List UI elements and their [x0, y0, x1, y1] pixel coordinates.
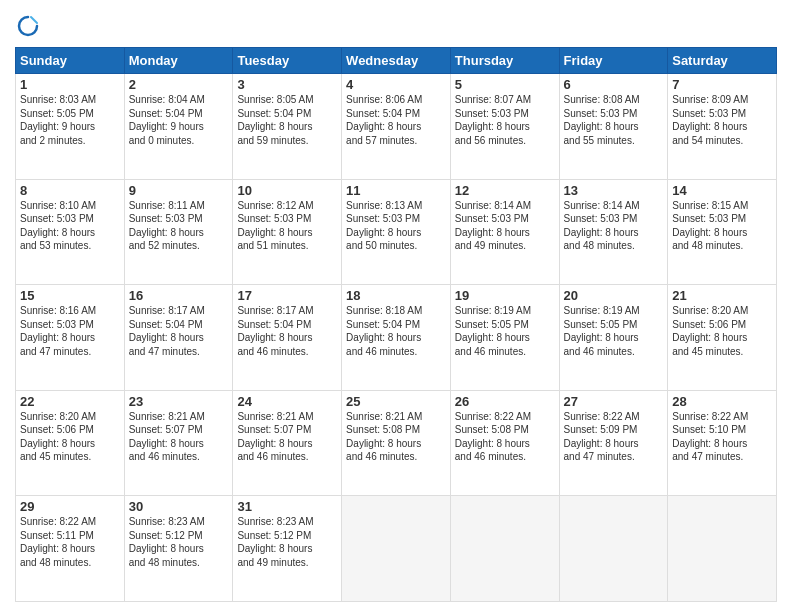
day-number: 21 — [672, 288, 772, 303]
day-number: 30 — [129, 499, 229, 514]
day-number: 6 — [564, 77, 664, 92]
day-number: 27 — [564, 394, 664, 409]
day-number: 17 — [237, 288, 337, 303]
logo — [15, 15, 39, 37]
day-cell: 12Sunrise: 8:14 AMSunset: 5:03 PMDayligh… — [450, 179, 559, 285]
week-row-2: 8Sunrise: 8:10 AMSunset: 5:03 PMDaylight… — [16, 179, 777, 285]
day-info: Sunrise: 8:06 AMSunset: 5:04 PMDaylight:… — [346, 93, 446, 147]
day-cell: 10Sunrise: 8:12 AMSunset: 5:03 PMDayligh… — [233, 179, 342, 285]
day-info: Sunrise: 8:05 AMSunset: 5:04 PMDaylight:… — [237, 93, 337, 147]
day-cell: 17Sunrise: 8:17 AMSunset: 5:04 PMDayligh… — [233, 285, 342, 391]
col-header-friday: Friday — [559, 48, 668, 74]
day-cell: 5Sunrise: 8:07 AMSunset: 5:03 PMDaylight… — [450, 74, 559, 180]
day-info: Sunrise: 8:20 AMSunset: 5:06 PMDaylight:… — [672, 304, 772, 358]
week-row-1: 1Sunrise: 8:03 AMSunset: 5:05 PMDaylight… — [16, 74, 777, 180]
col-header-sunday: Sunday — [16, 48, 125, 74]
day-cell: 3Sunrise: 8:05 AMSunset: 5:04 PMDaylight… — [233, 74, 342, 180]
day-cell: 9Sunrise: 8:11 AMSunset: 5:03 PMDaylight… — [124, 179, 233, 285]
day-number: 31 — [237, 499, 337, 514]
page: SundayMondayTuesdayWednesdayThursdayFrid… — [0, 0, 792, 612]
day-cell: 6Sunrise: 8:08 AMSunset: 5:03 PMDaylight… — [559, 74, 668, 180]
day-info: Sunrise: 8:18 AMSunset: 5:04 PMDaylight:… — [346, 304, 446, 358]
col-header-saturday: Saturday — [668, 48, 777, 74]
day-cell: 30Sunrise: 8:23 AMSunset: 5:12 PMDayligh… — [124, 496, 233, 602]
day-number: 16 — [129, 288, 229, 303]
day-number: 24 — [237, 394, 337, 409]
day-info: Sunrise: 8:22 AMSunset: 5:09 PMDaylight:… — [564, 410, 664, 464]
day-number: 15 — [20, 288, 120, 303]
day-number: 5 — [455, 77, 555, 92]
day-info: Sunrise: 8:17 AMSunset: 5:04 PMDaylight:… — [129, 304, 229, 358]
day-cell: 15Sunrise: 8:16 AMSunset: 5:03 PMDayligh… — [16, 285, 125, 391]
day-cell — [450, 496, 559, 602]
col-header-monday: Monday — [124, 48, 233, 74]
day-info: Sunrise: 8:03 AMSunset: 5:05 PMDaylight:… — [20, 93, 120, 147]
day-cell: 22Sunrise: 8:20 AMSunset: 5:06 PMDayligh… — [16, 390, 125, 496]
day-info: Sunrise: 8:17 AMSunset: 5:04 PMDaylight:… — [237, 304, 337, 358]
day-number: 10 — [237, 183, 337, 198]
day-number: 22 — [20, 394, 120, 409]
day-info: Sunrise: 8:19 AMSunset: 5:05 PMDaylight:… — [564, 304, 664, 358]
day-cell: 23Sunrise: 8:21 AMSunset: 5:07 PMDayligh… — [124, 390, 233, 496]
day-cell: 7Sunrise: 8:09 AMSunset: 5:03 PMDaylight… — [668, 74, 777, 180]
day-cell: 8Sunrise: 8:10 AMSunset: 5:03 PMDaylight… — [16, 179, 125, 285]
day-cell: 21Sunrise: 8:20 AMSunset: 5:06 PMDayligh… — [668, 285, 777, 391]
day-number: 19 — [455, 288, 555, 303]
col-header-thursday: Thursday — [450, 48, 559, 74]
day-cell: 2Sunrise: 8:04 AMSunset: 5:04 PMDaylight… — [124, 74, 233, 180]
day-number: 29 — [20, 499, 120, 514]
day-cell: 26Sunrise: 8:22 AMSunset: 5:08 PMDayligh… — [450, 390, 559, 496]
day-cell — [342, 496, 451, 602]
day-cell: 27Sunrise: 8:22 AMSunset: 5:09 PMDayligh… — [559, 390, 668, 496]
day-info: Sunrise: 8:19 AMSunset: 5:05 PMDaylight:… — [455, 304, 555, 358]
week-row-3: 15Sunrise: 8:16 AMSunset: 5:03 PMDayligh… — [16, 285, 777, 391]
day-number: 3 — [237, 77, 337, 92]
day-number: 11 — [346, 183, 446, 198]
day-number: 28 — [672, 394, 772, 409]
day-number: 2 — [129, 77, 229, 92]
week-row-4: 22Sunrise: 8:20 AMSunset: 5:06 PMDayligh… — [16, 390, 777, 496]
day-info: Sunrise: 8:15 AMSunset: 5:03 PMDaylight:… — [672, 199, 772, 253]
calendar-header-row: SundayMondayTuesdayWednesdayThursdayFrid… — [16, 48, 777, 74]
col-header-wednesday: Wednesday — [342, 48, 451, 74]
col-header-tuesday: Tuesday — [233, 48, 342, 74]
day-cell: 20Sunrise: 8:19 AMSunset: 5:05 PMDayligh… — [559, 285, 668, 391]
day-cell: 31Sunrise: 8:23 AMSunset: 5:12 PMDayligh… — [233, 496, 342, 602]
day-info: Sunrise: 8:09 AMSunset: 5:03 PMDaylight:… — [672, 93, 772, 147]
day-cell: 14Sunrise: 8:15 AMSunset: 5:03 PMDayligh… — [668, 179, 777, 285]
day-number: 18 — [346, 288, 446, 303]
day-cell: 16Sunrise: 8:17 AMSunset: 5:04 PMDayligh… — [124, 285, 233, 391]
day-cell: 24Sunrise: 8:21 AMSunset: 5:07 PMDayligh… — [233, 390, 342, 496]
day-cell: 1Sunrise: 8:03 AMSunset: 5:05 PMDaylight… — [16, 74, 125, 180]
day-number: 14 — [672, 183, 772, 198]
day-number: 26 — [455, 394, 555, 409]
day-cell: 13Sunrise: 8:14 AMSunset: 5:03 PMDayligh… — [559, 179, 668, 285]
day-number: 8 — [20, 183, 120, 198]
day-number: 20 — [564, 288, 664, 303]
day-info: Sunrise: 8:21 AMSunset: 5:08 PMDaylight:… — [346, 410, 446, 464]
header — [15, 15, 777, 37]
day-info: Sunrise: 8:22 AMSunset: 5:08 PMDaylight:… — [455, 410, 555, 464]
day-info: Sunrise: 8:23 AMSunset: 5:12 PMDaylight:… — [129, 515, 229, 569]
day-number: 7 — [672, 77, 772, 92]
logo-icon — [17, 15, 39, 37]
day-info: Sunrise: 8:04 AMSunset: 5:04 PMDaylight:… — [129, 93, 229, 147]
day-info: Sunrise: 8:07 AMSunset: 5:03 PMDaylight:… — [455, 93, 555, 147]
day-info: Sunrise: 8:16 AMSunset: 5:03 PMDaylight:… — [20, 304, 120, 358]
day-number: 4 — [346, 77, 446, 92]
day-number: 23 — [129, 394, 229, 409]
day-cell: 25Sunrise: 8:21 AMSunset: 5:08 PMDayligh… — [342, 390, 451, 496]
day-info: Sunrise: 8:13 AMSunset: 5:03 PMDaylight:… — [346, 199, 446, 253]
day-cell — [559, 496, 668, 602]
day-info: Sunrise: 8:22 AMSunset: 5:11 PMDaylight:… — [20, 515, 120, 569]
day-cell: 4Sunrise: 8:06 AMSunset: 5:04 PMDaylight… — [342, 74, 451, 180]
week-row-5: 29Sunrise: 8:22 AMSunset: 5:11 PMDayligh… — [16, 496, 777, 602]
day-cell: 29Sunrise: 8:22 AMSunset: 5:11 PMDayligh… — [16, 496, 125, 602]
day-info: Sunrise: 8:20 AMSunset: 5:06 PMDaylight:… — [20, 410, 120, 464]
day-cell: 19Sunrise: 8:19 AMSunset: 5:05 PMDayligh… — [450, 285, 559, 391]
day-info: Sunrise: 8:08 AMSunset: 5:03 PMDaylight:… — [564, 93, 664, 147]
day-cell — [668, 496, 777, 602]
day-cell: 18Sunrise: 8:18 AMSunset: 5:04 PMDayligh… — [342, 285, 451, 391]
day-number: 9 — [129, 183, 229, 198]
calendar-table: SundayMondayTuesdayWednesdayThursdayFrid… — [15, 47, 777, 602]
